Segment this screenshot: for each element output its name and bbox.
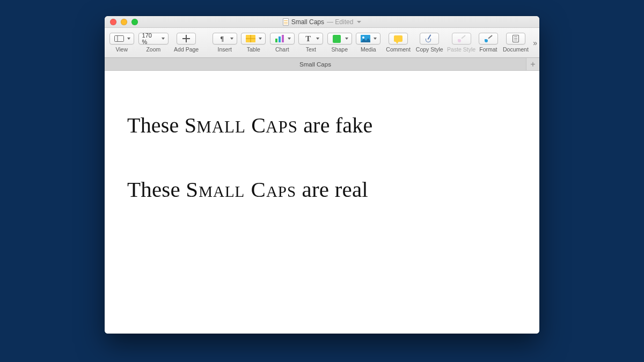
paste-style-button[interactable] <box>452 33 471 45</box>
paintbrush-icon <box>456 34 467 43</box>
chevron-down-icon <box>345 38 348 40</box>
insert-item: ¶ Insert <box>211 33 239 53</box>
insert-button[interactable]: ¶ <box>213 33 237 45</box>
chart-item: Chart <box>268 33 296 53</box>
document-icon <box>283 18 289 26</box>
view-item: View <box>108 33 136 53</box>
comment-label: Comment <box>386 46 411 53</box>
minimize-window-button[interactable] <box>121 19 127 25</box>
plus-icon <box>180 34 192 43</box>
table-item: Table <box>240 33 268 53</box>
zoom-label: Zoom <box>146 46 160 53</box>
comment-item: Comment <box>383 33 413 53</box>
text-item: T Text <box>297 33 325 53</box>
shape-item: Shape <box>326 33 354 53</box>
document-name: Small Caps <box>291 18 324 26</box>
view-label: View <box>115 46 128 53</box>
view-icon <box>113 34 125 43</box>
add-page-item: Add Page <box>171 33 201 53</box>
titlebar: Small Caps — Edited <box>105 16 539 28</box>
media-icon <box>360 34 371 43</box>
copy-style-item: Copy Style <box>414 33 444 53</box>
text-run: are fake <box>298 113 372 137</box>
format-button[interactable] <box>479 33 498 45</box>
chevron-down-icon <box>357 21 361 23</box>
copy-style-label: Copy Style <box>416 46 443 53</box>
chevron-down-icon <box>374 38 377 40</box>
chart-button[interactable] <box>270 33 295 45</box>
fake-small-caps: SMALL CAPS <box>185 113 298 137</box>
toolbar: View 170 % Zoom Add Page ¶ <box>105 28 539 58</box>
text-run: These <box>127 177 186 202</box>
svg-rect-7 <box>282 35 284 42</box>
text-line-real[interactable]: These Small Caps are real <box>127 176 517 202</box>
shape-icon <box>331 34 343 43</box>
window-controls <box>105 19 138 25</box>
chevron-down-icon <box>230 38 233 40</box>
shape-label: Shape <box>332 46 348 53</box>
document-canvas[interactable]: These SMALL CAPS are fake These Small Ca… <box>105 71 539 334</box>
add-page-label: Add Page <box>174 46 199 53</box>
document-status: — Edited <box>327 18 353 26</box>
real-small-caps: Small Caps <box>186 177 296 202</box>
zoom-button[interactable]: 170 % <box>138 33 169 45</box>
document-tab[interactable]: Small Caps <box>105 58 526 70</box>
paste-style-label: Paste Style <box>447 46 475 53</box>
tab-strip: Small Caps + <box>105 58 539 71</box>
insert-label: Insert <box>218 46 232 53</box>
chart-icon <box>274 34 286 43</box>
app-window: Small Caps — Edited View 170 % <box>105 16 539 334</box>
svg-rect-6 <box>279 36 281 42</box>
document-label: Document <box>503 46 529 53</box>
close-window-button[interactable] <box>110 19 116 25</box>
table-button[interactable] <box>241 33 266 45</box>
zoom-item: 170 % Zoom <box>137 33 171 53</box>
eyedropper-icon <box>423 34 435 43</box>
text-run: These <box>127 113 185 137</box>
shape-button[interactable] <box>327 33 352 45</box>
document-lines-icon <box>510 34 522 43</box>
text-button[interactable]: T <box>298 33 323 45</box>
format-label: Format <box>479 46 497 53</box>
chevron-down-icon <box>127 38 130 40</box>
svg-rect-5 <box>275 39 277 42</box>
comment-button[interactable] <box>389 33 408 45</box>
text-label: Text <box>306 46 316 53</box>
paragraph-icon: ¶ <box>216 34 228 43</box>
chevron-down-icon <box>162 38 165 40</box>
zoom-value: 170 % <box>142 32 160 45</box>
window-title[interactable]: Small Caps — Edited <box>105 18 539 26</box>
format-item: Format <box>477 33 500 53</box>
media-item: Media <box>355 33 383 53</box>
svg-point-9 <box>362 36 364 39</box>
comment-icon <box>392 34 404 43</box>
paintbrush-icon <box>482 34 494 43</box>
copy-style-button[interactable] <box>420 33 439 45</box>
tab-label: Small Caps <box>299 61 331 68</box>
document-item: Document <box>501 33 531 53</box>
toolbar-group-left: View 170 % Zoom Add Page ¶ <box>108 33 477 53</box>
paste-style-item: Paste Style <box>445 33 477 53</box>
chevron-down-icon <box>316 38 319 40</box>
toolbar-group-right: Format Document <box>477 33 539 53</box>
chevron-down-icon <box>259 38 262 40</box>
fullscreen-window-button[interactable] <box>131 19 138 25</box>
media-button[interactable] <box>356 33 380 45</box>
document-button[interactable] <box>506 33 525 45</box>
text-line-fake[interactable]: These SMALL CAPS are fake <box>127 113 517 138</box>
text-run: are real <box>296 177 368 202</box>
view-button[interactable] <box>109 33 134 45</box>
add-page-button[interactable] <box>177 33 196 45</box>
table-icon <box>245 34 257 43</box>
svg-rect-0 <box>114 36 123 42</box>
text-icon: T <box>302 34 314 43</box>
media-label: Media <box>361 46 376 53</box>
chevron-down-icon <box>288 38 291 40</box>
table-label: Table <box>247 46 260 53</box>
new-tab-button[interactable]: + <box>526 58 539 70</box>
toolbar-overflow-button[interactable]: » <box>533 39 536 47</box>
chart-label: Chart <box>275 46 289 53</box>
